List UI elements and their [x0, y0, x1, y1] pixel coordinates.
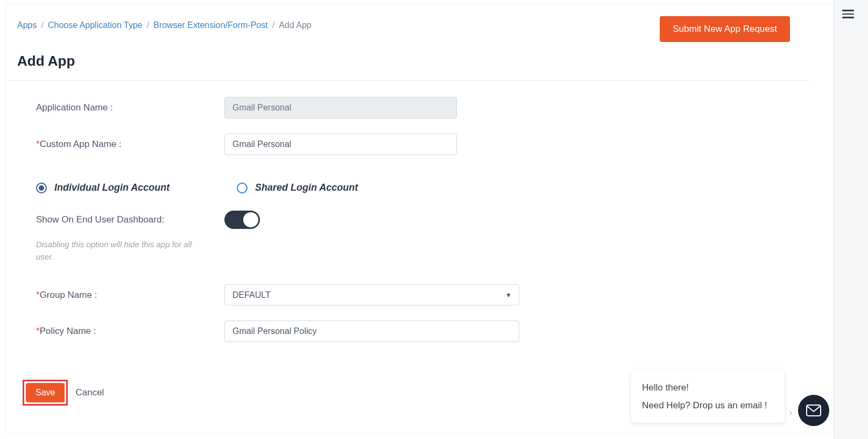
radio-shared-login[interactable]: Shared Login Account	[237, 182, 358, 193]
application-name-label: Application Name :	[36, 102, 224, 113]
application-name-input	[224, 97, 457, 119]
group-name-select[interactable]: DEFAULT	[224, 284, 519, 305]
chat-arrow-icon: ›	[789, 406, 793, 419]
mail-icon	[806, 405, 821, 416]
toggle-help-text: Disabling this option will hide this app…	[36, 239, 197, 263]
show-dashboard-toggle[interactable]	[224, 211, 260, 229]
chat-help-bubble[interactable]: Hello there! Need Help? Drop us an email…	[631, 371, 785, 423]
breadcrumb-choose-type[interactable]: Choose Application Type	[48, 20, 143, 30]
cancel-button[interactable]: Cancel	[75, 387, 104, 398]
show-dashboard-label: Show On End User Dashboard:	[36, 214, 224, 225]
chat-greeting: Hello there!	[642, 379, 774, 396]
breadcrumb: Apps / Choose Application Type / Browser…	[17, 16, 312, 30]
divider	[8, 80, 809, 81]
custom-app-name-input[interactable]	[224, 134, 457, 155]
submit-new-app-button[interactable]: Submit New App Request	[660, 16, 790, 42]
chat-help-text: Need Help? Drop us an email !	[642, 397, 774, 414]
svg-rect-0	[807, 405, 821, 416]
radio-individual-login[interactable]: Individual Login Account	[36, 182, 237, 193]
breadcrumb-current: Add App	[279, 20, 312, 30]
save-highlight-box: Save	[23, 380, 68, 406]
radio-circle-icon	[36, 183, 47, 193]
hamburger-menu[interactable]	[842, 8, 854, 20]
policy-name-label: *Policy Name :	[36, 326, 224, 337]
radio-individual-label: Individual Login Account	[54, 182, 170, 193]
radio-shared-label: Shared Login Account	[255, 182, 358, 193]
breadcrumb-apps[interactable]: Apps	[17, 20, 37, 30]
breadcrumb-browser-ext[interactable]: Browser Extension/Form-Post	[153, 20, 268, 30]
save-button[interactable]: Save	[26, 383, 65, 402]
toggle-knob	[243, 212, 258, 227]
policy-name-input[interactable]	[224, 320, 519, 342]
chat-fab-button[interactable]	[798, 395, 829, 426]
radio-circle-icon	[237, 183, 248, 193]
custom-app-name-label: *Custom App Name :	[36, 139, 224, 150]
group-name-label: *Group Name :	[36, 290, 224, 301]
page-title: Add App	[17, 53, 790, 69]
